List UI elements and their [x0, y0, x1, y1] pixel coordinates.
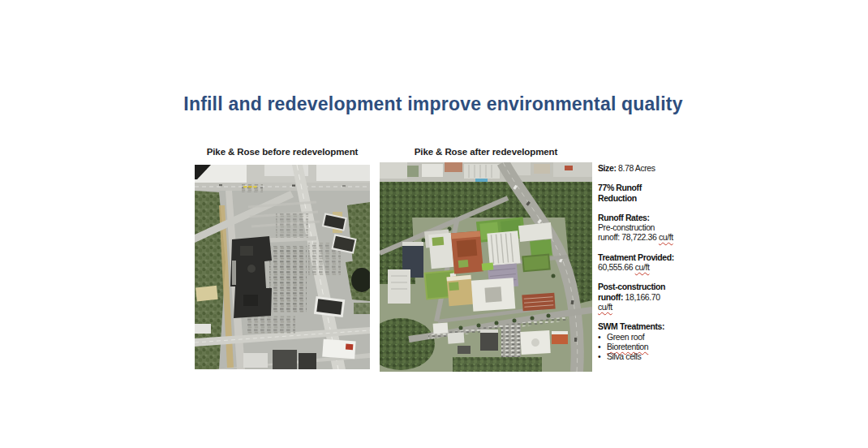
stat-treatment-value: 60,555.66 [598, 262, 633, 272]
after-aerial-illustration [380, 162, 592, 372]
swm-list-item: • Silva cells [598, 351, 676, 361]
stat-size-value: 8.78 Acres [618, 163, 655, 173]
slide-title: Infill and redevelopment improve environ… [182, 93, 685, 116]
caption-after-photo: Pike & Rose after redevelopment [380, 147, 592, 157]
caption-before-photo: Pike & Rose before redevelopment [195, 147, 370, 157]
stat-treatment-provided: Treatment Provided: 60,555.66 cu/ft [598, 252, 676, 273]
swm-item-green-roof: Green roof [607, 332, 644, 342]
stat-runoff-reduction-text: 77% Runoff Reduction [598, 183, 642, 202]
swm-list-item: • Bioretention [598, 342, 676, 351]
stat-swm-treatments: SWM Treatments: • Green roof • Bioretent… [598, 321, 676, 361]
stat-swm-label: SWM Treatments: [598, 321, 676, 331]
presentation-slide: Infill and redevelopment improve environ… [0, 0, 868, 448]
bullet-marker: • [598, 342, 607, 351]
stat-post-construction-value: 18,166.70 [625, 292, 660, 302]
stat-post-construction-unit: cu/ft [598, 302, 612, 312]
swm-item-silva-cells: Silva cells [607, 351, 641, 361]
stat-size-label: Size: [598, 163, 617, 173]
stat-runoff-reduction: 77% Runoff Reduction [598, 183, 676, 203]
stat-pre-construction-unit: cu/ft [659, 232, 673, 242]
bullet-marker: • [598, 332, 607, 342]
stat-treatment-unit: cu/ft [635, 262, 650, 272]
before-aerial-illustration [195, 165, 370, 369]
swm-item-bioretention: Bioretention [607, 342, 648, 351]
stat-runoff-rates: Runoff Rates: Pre-construction runoff: 7… [598, 213, 676, 243]
stat-runoff-rates-label: Runoff Rates: [598, 213, 676, 222]
swm-treatments-list: • Green roof • Bioretention • Silva cell… [598, 332, 676, 362]
bullet-marker: • [598, 351, 607, 361]
stat-post-construction: Post-construction runoff: 18,166.70 cu/f… [598, 282, 676, 312]
stat-treatment-label: Treatment Provided: [598, 252, 674, 262]
stat-size: Size: 8.78 Acres [598, 163, 676, 173]
stat-pre-construction-value: Pre-construction runoff: 78,722.36 [598, 222, 656, 242]
swm-list-item: • Green roof [598, 332, 676, 342]
before-aerial-photo [195, 165, 370, 369]
after-aerial-photo [380, 162, 592, 372]
stats-panel: Size: 8.78 Acres 77% Runoff Reduction Ru… [598, 163, 676, 371]
